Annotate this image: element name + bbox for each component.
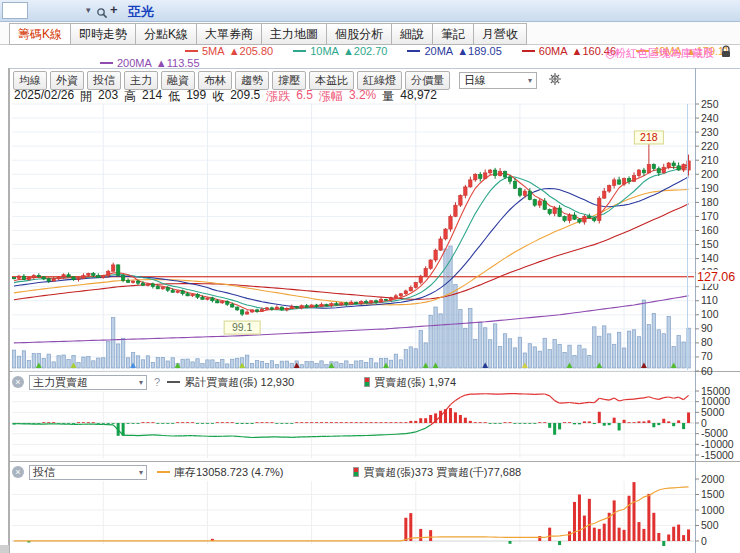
volume-bar [657, 330, 660, 368]
line-swatch [157, 471, 170, 473]
zoom-in-button[interactable]: + [110, 2, 118, 17]
candle-body [97, 275, 100, 277]
resize-grip[interactable] [0, 545, 9, 553]
tab-1[interactable]: 即時走勢 [70, 23, 136, 45]
netbuy-bar [682, 423, 685, 429]
bottom-indicator-select[interactable]: 投信 ▾ [29, 465, 147, 480]
tab-0[interactable]: 籌碼K線 [9, 23, 71, 45]
volume-bar [121, 338, 124, 368]
netbuy-bar [553, 423, 556, 435]
netbuy-bar [315, 422, 318, 423]
volume-bar [533, 347, 536, 368]
volume-bar [608, 334, 611, 368]
y-axis-label: 190 [701, 182, 719, 194]
cumulative-line [614, 398, 619, 401]
volume-bar [627, 331, 630, 368]
trust-netbuy-bar [558, 541, 561, 545]
candle-body [350, 302, 353, 304]
volume-bar [87, 357, 90, 368]
cumulative-line [654, 398, 659, 399]
netbuy-bar [558, 423, 561, 429]
volume-bar [350, 364, 353, 368]
candle-body [176, 291, 179, 292]
netbuy-bar [528, 423, 531, 424]
y-axis-label: 170 [701, 210, 719, 222]
left-rail [0, 68, 9, 553]
candle-body [92, 273, 95, 275]
volume-bar [364, 362, 367, 368]
period-select[interactable]: 日線▾ [459, 72, 537, 89]
tab-3[interactable]: 大單券商 [196, 23, 262, 45]
candle-body [186, 294, 189, 296]
volume-bar [270, 361, 273, 368]
netbuy-bar [523, 423, 526, 424]
netbuy-bar [206, 423, 209, 424]
bottom-indicator-select-value: 投信 [33, 465, 55, 480]
netbuy-bar [265, 422, 268, 423]
candle-body [523, 191, 526, 195]
netbuy-bar [608, 423, 611, 425]
candle-body [250, 310, 253, 312]
tab-6[interactable]: 細說 [391, 23, 433, 45]
quote-field-6: 199 [186, 88, 206, 105]
candle-body [464, 187, 467, 195]
tab-7[interactable]: 筆記 [432, 23, 474, 45]
candle-body [583, 216, 586, 222]
trust-netbuy-bar [633, 482, 636, 541]
candle-body [27, 278, 30, 280]
candle-body [345, 303, 348, 304]
close-icon[interactable]: × [12, 376, 24, 388]
tab-8[interactable]: 月營收 [473, 23, 527, 45]
volume-bar [27, 360, 30, 368]
candle-body [677, 166, 680, 170]
candle-body [231, 304, 234, 307]
candle-body [394, 296, 397, 298]
netbuy-bar [360, 422, 363, 423]
tab-5[interactable]: 個股分析 [326, 23, 392, 45]
candle-body [325, 304, 328, 305]
netbuy-bar [370, 422, 373, 423]
event-marker [175, 363, 181, 369]
ma-label: 20MA [424, 45, 453, 57]
netbuy-bar [137, 423, 140, 424]
ma-label: 60MA [539, 45, 568, 57]
y-axis-label: 70 [701, 350, 713, 362]
volume-bar [12, 350, 15, 368]
netbuy-bar [613, 418, 616, 423]
tab-2[interactable]: 分點K線 [135, 23, 197, 45]
candle-body [379, 299, 382, 302]
bottom-line-legend-label: 庫存13058.723 (4.7%) [174, 465, 283, 480]
candle-body [657, 169, 660, 173]
trust-netbuy-bar [568, 531, 571, 541]
candle-body [300, 306, 303, 308]
candle-body [672, 163, 675, 166]
candle-body [102, 275, 105, 277]
netbuy-bar [355, 422, 358, 423]
netbuy-bar [677, 420, 680, 423]
volume-bar [211, 360, 214, 368]
volume-bar [32, 354, 35, 368]
search-icon[interactable] [96, 5, 108, 23]
candle-body [131, 281, 134, 282]
netbuy-bar [509, 422, 512, 423]
candle-body [315, 305, 318, 306]
trust-netbuy-bar [419, 529, 422, 541]
help-icon[interactable]: ? [154, 376, 160, 388]
volume-bar [102, 358, 105, 368]
line-swatch [167, 381, 180, 383]
chevron-down-icon[interactable]: ▾ [86, 5, 91, 15]
close-icon[interactable]: × [12, 466, 24, 478]
topbar-search-box[interactable] [2, 2, 28, 19]
netbuy-bar [499, 423, 502, 424]
candle-body [374, 301, 377, 302]
netbuy-bar [637, 421, 640, 423]
gear-icon[interactable] [548, 72, 562, 90]
tab-4[interactable]: 主力地圖 [261, 23, 327, 45]
ma-legend-item-10MA: 10MA▲202.70 [293, 45, 387, 57]
trust-netbuy-bar [429, 530, 432, 541]
event-marker [71, 363, 77, 369]
lock-icon[interactable] [720, 44, 732, 62]
candle-body [136, 281, 139, 283]
period-select-value: 日線 [464, 73, 486, 88]
middle-indicator-select[interactable]: 主力買賣超 ▾ [29, 375, 147, 390]
